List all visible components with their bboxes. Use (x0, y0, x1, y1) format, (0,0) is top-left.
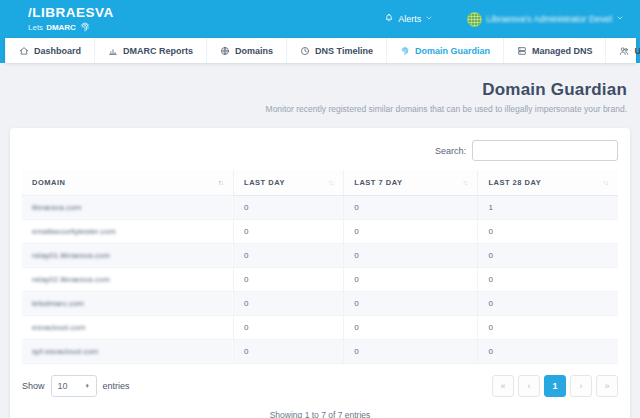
table-row[interactable]: emailsecuritytester.com000 (22, 220, 618, 244)
nav-item-users[interactable]: Users (606, 38, 640, 63)
column-header-last-28-day[interactable]: LAST 28 DAY↑↓ (478, 170, 618, 196)
last-7-day-cell: 0 (344, 268, 478, 292)
column-header-last-7-day[interactable]: LAST 7 DAY↑↓ (344, 170, 478, 196)
chevron-down-icon (616, 14, 624, 24)
last-28-day-cell: 1 (478, 196, 618, 220)
column-label: LAST 28 DAY (488, 178, 541, 187)
page-subtitle: Monitor recently registered similar doma… (13, 104, 627, 114)
entries-label: entries (103, 381, 130, 391)
domain-cell: spf.esvacloud.com (22, 340, 234, 364)
brand-sub-light: Lets (28, 24, 43, 32)
globe-icon (220, 46, 230, 56)
sort-icon: ↑↓ (218, 179, 223, 186)
table-row[interactable]: relay01.libraesva.com000 (22, 244, 618, 268)
nav-item-dashboard[interactable]: Dashboard (5, 38, 95, 63)
domain-guardian-card: Search: DOMAIN↑↓LAST DAY↑↓LAST 7 DAY↑↓LA… (10, 128, 630, 418)
page-heading: Domain Guardian Monitor recently registe… (0, 63, 640, 114)
page-title: Domain Guardian (13, 80, 627, 100)
table-row[interactable]: esvacloud.com000 (22, 316, 618, 340)
fingerprint-icon (400, 46, 410, 56)
main-nav: DashboardDMARC ReportsDomainsDNS Timelin… (5, 38, 636, 63)
domain-cell: emailsecuritytester.com (22, 220, 234, 244)
brand-sub-bold: DMARC (46, 24, 76, 32)
bar-chart-icon (108, 46, 118, 56)
last-7-day-cell: 0 (344, 196, 478, 220)
last-7-day-cell: 0 (344, 244, 478, 268)
last-28-day-cell: 0 (478, 244, 618, 268)
avatar (467, 12, 482, 27)
last-day-cell: 0 (234, 244, 344, 268)
show-label: Show (22, 381, 45, 391)
last-7-day-cell: 0 (344, 292, 478, 316)
last-day-cell: 0 (234, 220, 344, 244)
search-input[interactable] (472, 140, 618, 161)
nav-item-label: Managed DNS (532, 46, 593, 56)
app-header: /LIBRAESVA LetsDMARC Alerts Libraesva's … (0, 0, 640, 63)
last-28-day-cell: 0 (478, 316, 618, 340)
page-size-select[interactable]: 10 ▲▼ (51, 375, 97, 397)
nav-item-label: Domains (235, 46, 273, 56)
nav-item-managed-dns[interactable]: Managed DNS (504, 38, 607, 63)
nav-item-label: DMARC Reports (123, 46, 193, 56)
home-icon (19, 46, 29, 56)
bell-icon (384, 13, 394, 25)
column-label: LAST 7 DAY (354, 178, 402, 187)
pagination-prev-button[interactable]: ‹ (518, 375, 540, 397)
domains-table: DOMAIN↑↓LAST DAY↑↓LAST 7 DAY↑↓LAST 28 DA… (22, 170, 618, 364)
nav-item-label: DNS Timeline (315, 46, 373, 56)
table-row[interactable]: relay02.libraesva.com000 (22, 268, 618, 292)
column-header-domain[interactable]: DOMAIN↑↓ (22, 170, 234, 196)
last-28-day-cell: 0 (478, 292, 618, 316)
domain-cell: libraesva.com (22, 196, 234, 220)
last-day-cell: 0 (234, 340, 344, 364)
brand-logo[interactable]: /LIBRAESVA LetsDMARC (28, 2, 114, 36)
sort-icon: ↑↓ (603, 179, 608, 186)
table-body: libraesva.com001emailsecuritytester.com0… (22, 196, 618, 364)
last-28-day-cell: 0 (478, 220, 618, 244)
pagination-page-1[interactable]: 1 (544, 375, 566, 397)
last-7-day-cell: 0 (344, 220, 478, 244)
alerts-menu[interactable]: Alerts (384, 13, 433, 25)
column-label: LAST DAY (244, 178, 285, 187)
brand-logo-text: /LIBRAESVA (28, 6, 114, 20)
pagination-last-button[interactable]: » (596, 375, 618, 397)
nav-item-label: Users (634, 46, 640, 56)
pagination-first-button[interactable]: « (492, 375, 514, 397)
sort-icon: ↑↓ (328, 179, 333, 186)
column-header-last-day[interactable]: LAST DAY↑↓ (234, 170, 344, 196)
nav-item-dns-timeline[interactable]: DNS Timeline (287, 38, 387, 63)
last-day-cell: 0 (234, 268, 344, 292)
table-row[interactable]: spf.esvacloud.com000 (22, 340, 618, 364)
table-header-row: DOMAIN↑↓LAST DAY↑↓LAST 7 DAY↑↓LAST 28 DA… (22, 170, 618, 196)
fingerprint-logo-icon (79, 21, 91, 35)
column-label: DOMAIN (32, 178, 65, 187)
user-name: Libraesva's Administrator Devel (486, 14, 612, 24)
domain-cell: letsdmarc.com (22, 292, 234, 316)
page-size-value: 10 (58, 381, 68, 391)
users-icon (619, 46, 629, 56)
nav-item-domains[interactable]: Domains (207, 38, 287, 63)
nav-item-domain-guardian[interactable]: Domain Guardian (387, 38, 504, 63)
domain-cell: relay01.libraesva.com (22, 244, 234, 268)
chevron-down-icon (425, 14, 433, 24)
domain-cell: esvacloud.com (22, 316, 234, 340)
last-28-day-cell: 0 (478, 340, 618, 364)
domain-cell: relay02.libraesva.com (22, 268, 234, 292)
table-row[interactable]: letsdmarc.com000 (22, 292, 618, 316)
pagination: « ‹ 1 › » (492, 375, 618, 397)
pagination-next-button[interactable]: › (570, 375, 592, 397)
clock-icon (300, 46, 310, 56)
last-day-cell: 0 (234, 196, 344, 220)
last-7-day-cell: 0 (344, 340, 478, 364)
last-day-cell: 0 (234, 316, 344, 340)
table-row[interactable]: libraesva.com001 (22, 196, 618, 220)
nav-item-label: Domain Guardian (415, 46, 490, 56)
alerts-label: Alerts (398, 14, 421, 24)
spinner-icon: ▲▼ (85, 384, 89, 389)
user-menu[interactable]: Libraesva's Administrator Devel (467, 12, 624, 27)
entries-summary: Showing 1 to 7 of 7 entries (22, 410, 618, 418)
search-label: Search: (435, 146, 466, 156)
nav-item-dmarc-reports[interactable]: DMARC Reports (95, 38, 207, 63)
nav-item-label: Dashboard (34, 46, 81, 56)
server-icon (517, 46, 527, 56)
